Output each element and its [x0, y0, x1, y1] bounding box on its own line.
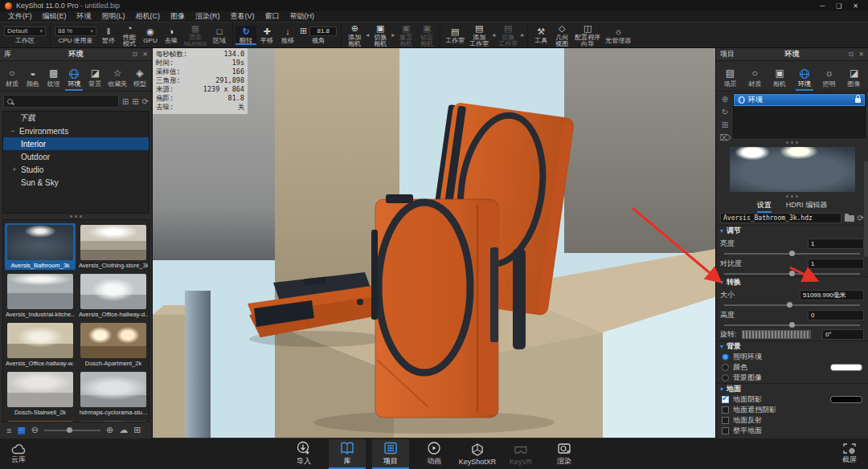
background-option-image[interactable]: 背景图像 [716, 373, 868, 383]
library-float-icon[interactable]: ⊡ [133, 51, 138, 58]
ground-occlusion-option[interactable]: 地面遮挡阴影 [716, 405, 868, 415]
rotation-dial[interactable] [742, 330, 811, 339]
menu-window[interactable]: 窗口 [260, 11, 285, 22]
search-input[interactable] [16, 97, 115, 105]
grid-view-icon[interactable]: ▦ [17, 425, 25, 435]
size-field[interactable]: 51099.990毫米 [800, 290, 864, 300]
light-manager-button[interactable]: ☼光管理器 [603, 26, 633, 45]
next-studio-icon[interactable]: ▸ [521, 31, 524, 39]
ground-shadow-color-swatch[interactable] [830, 396, 862, 403]
project-scrollbar[interactable] [864, 161, 868, 257]
menu-lighting[interactable]: 照明(L) [97, 11, 130, 22]
menu-edit[interactable]: 编辑(E) [38, 11, 72, 22]
next-camera-icon[interactable]: ▸ [391, 31, 395, 39]
tab-lighting[interactable]: ☼照明 [821, 67, 838, 91]
import-button[interactable]: 导入 [285, 439, 322, 469]
refresh-library-icon[interactable]: ⟳ [142, 97, 149, 106]
menu-render[interactable]: 渲染(R) [190, 11, 225, 22]
workspace-selector[interactable]: Default▾ 工作区 [4, 27, 46, 44]
brightness-field[interactable]: 1 [808, 239, 864, 249]
pan-button[interactable]: ✚平移 [256, 26, 277, 45]
project-float-icon[interactable]: ⊡ [849, 51, 854, 58]
thumbnail-stairwell[interactable]: Dosch-Stairwell_2k [5, 370, 76, 417]
prev-studio-icon[interactable]: ◂ [492, 31, 495, 39]
denoise-button[interactable]: ◑去噪 [161, 26, 182, 45]
collapse-icon[interactable]: − [10, 127, 16, 135]
prev-camera-icon[interactable]: ◂ [366, 31, 369, 39]
tab-camera[interactable]: ▣相机 [771, 67, 788, 91]
configurator-wizard-button[interactable]: ◫配置程序 向导 [572, 22, 603, 48]
menu-camera[interactable]: 相机(C) [131, 11, 166, 22]
panel-splitter[interactable] [0, 214, 152, 219]
zoom-in-icon[interactable]: ⊕ [106, 425, 113, 435]
thumbnail-office-hallway-d[interactable]: Aversis_Office-hallway-d... [78, 272, 149, 319]
rotate-environment-icon[interactable]: ↻ [722, 108, 728, 116]
thumbnail-clothing-store[interactable]: Aversis_Clothing-store_3k [78, 223, 149, 270]
tree-item-downloads[interactable]: 下载 [3, 112, 149, 124]
cloud-library-button[interactable]: 云库 [11, 443, 26, 465]
section-background[interactable]: ▾背景 [716, 341, 868, 352]
add-environment-icon[interactable]: ⊕ [722, 95, 728, 104]
tab-colors[interactable]: ◒颜色 [24, 67, 42, 91]
thumbnail-office-hallway-w[interactable]: Aversis_Office-hallway-w... [5, 321, 76, 368]
menu-image[interactable]: 图像 [166, 11, 190, 22]
add-camera-button[interactable]: ⊕添加 相机 [344, 22, 365, 48]
contrast-field[interactable]: 1 [808, 259, 864, 269]
project-splitter[interactable] [716, 140, 868, 145]
duplicate-environment-icon[interactable]: ⊞ [722, 120, 728, 129]
flatten-ground-option[interactable]: 整平地面 [716, 426, 868, 436]
environment-list-item[interactable]: 环境 [734, 94, 865, 106]
thumbnail-cyclorama[interactable]: hdrmaps-cyclorama-stu... [78, 370, 149, 417]
background-color-swatch[interactable] [830, 364, 862, 371]
tools-button[interactable]: ⚒工具 [530, 26, 551, 45]
tab-materials[interactable]: ○材质 [3, 67, 21, 91]
fov-control[interactable]: ⊞ 81.8 视角 [300, 26, 337, 44]
screenshot-button[interactable]: 截屏 [842, 442, 857, 465]
minimize-button[interactable]: ─ [820, 2, 825, 10]
ground-reflections-option[interactable]: 地面反射 [716, 415, 868, 426]
tab-textures[interactable]: ▩纹理 [45, 67, 63, 91]
tree-item-environments[interactable]: −Environments [3, 124, 149, 137]
thumbnail-bathroom[interactable]: Aversis_Bathroom_3k [5, 223, 76, 270]
tab-environments[interactable]: 环境 [65, 67, 83, 91]
performance-mode-button[interactable]: ◔性能 模式 [119, 22, 140, 48]
tab-material[interactable]: ○材质 [746, 67, 764, 91]
list-view-icon[interactable]: ≡ [6, 426, 11, 435]
studio-button[interactable]: ▤工作室 [443, 26, 467, 45]
tree-item-sun-sky[interactable]: Sun & Sky [3, 176, 149, 189]
menu-view[interactable]: 查看(V) [226, 11, 260, 22]
realtime-viewport[interactable]: 每秒帧数:134.0 时间:19s 采样值:166 三角形:291,898 来源… [153, 48, 715, 438]
geometry-view-button[interactable]: ◇几何 视图 [551, 22, 572, 48]
browse-folder-icon[interactable] [845, 215, 854, 222]
rotation-field[interactable]: 0° [822, 329, 864, 340]
keyvr-button[interactable]: KeyVR [502, 439, 539, 469]
reload-file-icon[interactable]: ⟳ [858, 214, 864, 222]
project-button[interactable]: 项目 [372, 439, 409, 469]
cpu-usage-selector[interactable]: 88 %▾ CPU 使用量 [55, 27, 96, 44]
tab-scene[interactable]: ▤场景 [721, 67, 739, 91]
subtab-hdri-editor[interactable]: HDRI 编辑器 [786, 200, 828, 210]
library-search[interactable] [3, 95, 119, 108]
contrast-slider[interactable] [724, 271, 860, 276]
zoom-out-icon[interactable]: ⊖ [31, 425, 39, 435]
add-studio-button[interactable]: ▤添加 工作室 [467, 22, 491, 48]
thumbnail-size-slider[interactable] [44, 430, 100, 431]
ground-shadows-option[interactable]: 地面阴影 [716, 394, 868, 405]
fov-value[interactable]: 81.8 [309, 27, 337, 36]
environment-file-field[interactable]: Aversis_Bathroom_3k.hdz [720, 213, 841, 223]
height-slider[interactable] [724, 322, 860, 328]
dolly-button[interactable]: ↓推移 [277, 26, 298, 45]
subtab-settings[interactable]: 设置 [757, 200, 772, 211]
library-close-icon[interactable]: ✕ [142, 51, 148, 58]
menu-environment[interactable]: 环境 [72, 11, 96, 22]
keyshotxr-button[interactable]: KeyShotXR [459, 439, 496, 469]
tab-backplates[interactable]: ◪背景 [86, 67, 104, 91]
background-option-lighting[interactable]: 照明环境 [716, 352, 868, 362]
maximize-button[interactable]: ❑ [836, 2, 841, 10]
animation-button[interactable]: 动画 [416, 439, 452, 469]
height-field[interactable]: 0 [808, 310, 864, 320]
project-close-icon[interactable]: ✕ [858, 51, 864, 58]
region-button[interactable]: □区域 [209, 26, 230, 45]
tree-item-studio[interactable]: +Studio [3, 163, 149, 176]
environment-preview[interactable] [716, 145, 868, 194]
